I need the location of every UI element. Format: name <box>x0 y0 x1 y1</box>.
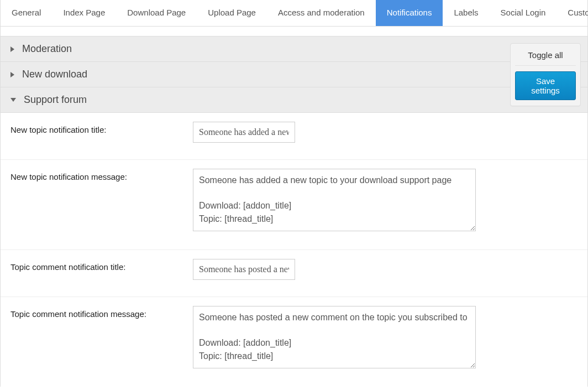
section-support-forum-body: New topic notification title: New topic … <box>1 113 587 387</box>
chevron-down-icon <box>11 98 16 102</box>
section-new-download-header[interactable]: New download <box>1 61 587 87</box>
chevron-right-icon <box>11 72 14 77</box>
section-moderation-title: Moderation <box>22 43 72 55</box>
section-new-download-title: New download <box>22 69 87 80</box>
actions-panel: Toggle all Save settings <box>510 43 581 106</box>
row-topic-comment-message: Topic comment notification message: <box>1 297 587 387</box>
section-support-forum-header[interactable]: Support forum <box>1 87 587 113</box>
tab-access-moderation[interactable]: Access and moderation <box>267 0 376 26</box>
section-moderation-header[interactable]: Moderation <box>1 36 587 62</box>
toggle-all-link[interactable]: Toggle all <box>515 49 576 66</box>
tab-notifications[interactable]: Notifications <box>376 0 443 26</box>
tab-download-page[interactable]: Download Page <box>116 0 197 26</box>
label-topic-comment-message: Topic comment notification message: <box>11 306 193 319</box>
tab-labels[interactable]: Labels <box>443 0 489 26</box>
label-topic-comment-title: Topic comment notification title: <box>11 259 193 272</box>
tab-index-page[interactable]: Index Page <box>52 0 116 26</box>
settings-page: General Index Page Download Page Upload … <box>0 0 588 387</box>
save-settings-button[interactable]: Save settings <box>515 71 576 100</box>
sections: Moderation New download Support forum Ne… <box>1 36 587 387</box>
row-new-topic-title: New topic notification title: <box>1 113 587 160</box>
row-new-topic-message: New topic notification message: <box>1 160 587 250</box>
tabs-bar: General Index Page Download Page Upload … <box>1 0 587 27</box>
tab-custom-css[interactable]: Custom CSS <box>556 0 588 26</box>
section-support-forum-title: Support forum <box>24 94 87 106</box>
row-topic-comment-title: Topic comment notification title: <box>1 250 587 297</box>
tab-general[interactable]: General <box>1 0 52 26</box>
label-new-topic-message: New topic notification message: <box>11 169 193 181</box>
chevron-right-icon <box>11 46 14 52</box>
textarea-new-topic-message[interactable] <box>193 169 476 231</box>
input-topic-comment-title[interactable] <box>193 259 295 280</box>
label-new-topic-title: New topic notification title: <box>11 122 193 134</box>
tab-social-login[interactable]: Social Login <box>490 0 557 26</box>
input-new-topic-title[interactable] <box>193 122 295 143</box>
textarea-topic-comment-message[interactable] <box>193 306 476 368</box>
tab-upload-page[interactable]: Upload Page <box>197 0 267 26</box>
